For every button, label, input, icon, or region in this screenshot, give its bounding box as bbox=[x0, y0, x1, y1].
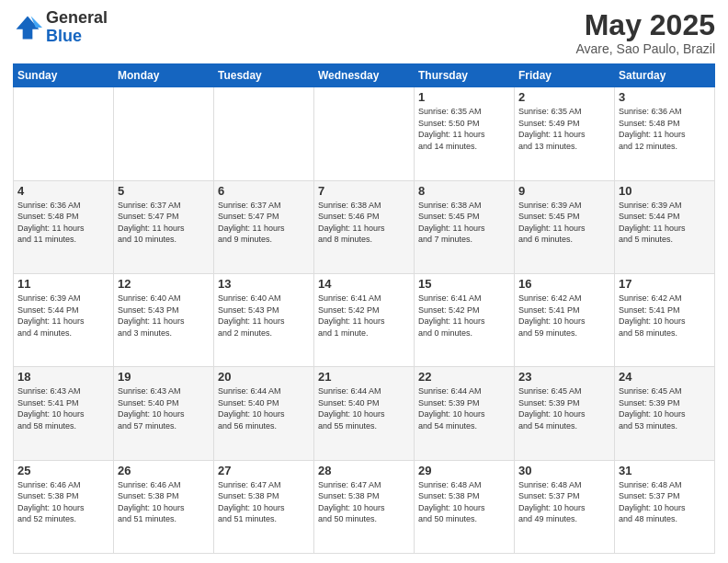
day-info: Sunrise: 6:47 AM Sunset: 5:38 PM Dayligh… bbox=[218, 479, 310, 525]
day-info: Sunrise: 6:37 AM Sunset: 5:47 PM Dayligh… bbox=[118, 200, 210, 246]
calendar-day-cell bbox=[114, 87, 214, 180]
svg-marker-0 bbox=[17, 16, 40, 39]
calendar-subtitle: Avare, Sao Paulo, Brazil bbox=[576, 41, 716, 56]
calendar-day-cell: 1Sunrise: 6:35 AM Sunset: 5:50 PM Daylig… bbox=[415, 87, 515, 180]
day-number: 20 bbox=[218, 370, 310, 384]
calendar-day-cell: 7Sunrise: 6:38 AM Sunset: 5:46 PM Daylig… bbox=[314, 180, 415, 273]
day-number: 7 bbox=[318, 184, 410, 198]
day-header: Monday bbox=[114, 64, 214, 87]
logo-icon bbox=[13, 13, 42, 42]
day-info: Sunrise: 6:48 AM Sunset: 5:37 PM Dayligh… bbox=[619, 479, 711, 525]
day-number: 16 bbox=[518, 277, 610, 291]
day-info: Sunrise: 6:46 AM Sunset: 5:38 PM Dayligh… bbox=[17, 479, 109, 525]
day-number: 28 bbox=[318, 464, 410, 477]
day-number: 14 bbox=[318, 277, 410, 291]
day-info: Sunrise: 6:37 AM Sunset: 5:47 PM Dayligh… bbox=[218, 200, 310, 246]
calendar-day-cell: 24Sunrise: 6:45 AM Sunset: 5:39 PM Dayli… bbox=[615, 367, 715, 460]
day-info: Sunrise: 6:38 AM Sunset: 5:45 PM Dayligh… bbox=[418, 200, 510, 246]
calendar-week-row: 11Sunrise: 6:39 AM Sunset: 5:44 PM Dayli… bbox=[14, 273, 715, 366]
calendar-week-row: 4Sunrise: 6:36 AM Sunset: 5:48 PM Daylig… bbox=[14, 180, 715, 273]
day-info: Sunrise: 6:35 AM Sunset: 5:49 PM Dayligh… bbox=[518, 106, 610, 152]
calendar-day-cell: 14Sunrise: 6:41 AM Sunset: 5:42 PM Dayli… bbox=[314, 273, 415, 366]
calendar-day-cell: 4Sunrise: 6:36 AM Sunset: 5:48 PM Daylig… bbox=[14, 180, 114, 273]
day-number: 17 bbox=[619, 277, 711, 291]
day-info: Sunrise: 6:48 AM Sunset: 5:37 PM Dayligh… bbox=[518, 479, 610, 525]
day-info: Sunrise: 6:48 AM Sunset: 5:38 PM Dayligh… bbox=[418, 479, 510, 525]
day-number: 25 bbox=[17, 464, 109, 477]
day-header: Sunday bbox=[14, 64, 114, 87]
day-info: Sunrise: 6:42 AM Sunset: 5:41 PM Dayligh… bbox=[518, 293, 610, 339]
calendar-day-cell: 26Sunrise: 6:46 AM Sunset: 5:38 PM Dayli… bbox=[114, 460, 214, 553]
day-number: 3 bbox=[619, 90, 711, 104]
calendar-day-cell: 31Sunrise: 6:48 AM Sunset: 5:37 PM Dayli… bbox=[615, 460, 715, 553]
calendar-day-cell bbox=[14, 87, 114, 180]
calendar-day-cell: 12Sunrise: 6:40 AM Sunset: 5:43 PM Dayli… bbox=[114, 273, 214, 366]
calendar-day-cell: 23Sunrise: 6:45 AM Sunset: 5:39 PM Dayli… bbox=[515, 367, 615, 460]
day-info: Sunrise: 6:39 AM Sunset: 5:44 PM Dayligh… bbox=[17, 293, 109, 339]
day-info: Sunrise: 6:35 AM Sunset: 5:50 PM Dayligh… bbox=[418, 106, 510, 152]
calendar-day-cell: 25Sunrise: 6:46 AM Sunset: 5:38 PM Dayli… bbox=[14, 460, 114, 553]
day-header: Thursday bbox=[415, 64, 515, 87]
day-info: Sunrise: 6:42 AM Sunset: 5:41 PM Dayligh… bbox=[619, 293, 711, 339]
logo-line2: Blue bbox=[46, 27, 82, 45]
day-info: Sunrise: 6:47 AM Sunset: 5:38 PM Dayligh… bbox=[318, 479, 410, 525]
calendar-day-cell: 18Sunrise: 6:43 AM Sunset: 5:41 PM Dayli… bbox=[14, 367, 114, 460]
day-number: 8 bbox=[418, 184, 510, 198]
day-number: 9 bbox=[518, 184, 610, 198]
day-number: 21 bbox=[318, 370, 410, 384]
day-info: Sunrise: 6:36 AM Sunset: 5:48 PM Dayligh… bbox=[17, 200, 109, 246]
calendar-day-cell bbox=[314, 87, 415, 180]
calendar-day-cell: 17Sunrise: 6:42 AM Sunset: 5:41 PM Dayli… bbox=[615, 273, 715, 366]
day-info: Sunrise: 6:46 AM Sunset: 5:38 PM Dayligh… bbox=[118, 479, 210, 525]
day-info: Sunrise: 6:44 AM Sunset: 5:40 PM Dayligh… bbox=[218, 385, 310, 431]
day-number: 24 bbox=[619, 370, 711, 384]
calendar-day-cell: 5Sunrise: 6:37 AM Sunset: 5:47 PM Daylig… bbox=[114, 180, 214, 273]
calendar-day-cell: 22Sunrise: 6:44 AM Sunset: 5:39 PM Dayli… bbox=[415, 367, 515, 460]
day-number: 13 bbox=[218, 277, 310, 291]
calendar-day-cell: 30Sunrise: 6:48 AM Sunset: 5:37 PM Dayli… bbox=[515, 460, 615, 553]
day-number: 11 bbox=[17, 277, 109, 291]
day-info: Sunrise: 6:45 AM Sunset: 5:39 PM Dayligh… bbox=[619, 385, 711, 431]
day-number: 23 bbox=[518, 370, 610, 384]
logo: General Blue bbox=[13, 9, 108, 46]
day-number: 12 bbox=[118, 277, 210, 291]
calendar-day-cell: 2Sunrise: 6:35 AM Sunset: 5:49 PM Daylig… bbox=[515, 87, 615, 180]
day-info: Sunrise: 6:44 AM Sunset: 5:40 PM Dayligh… bbox=[318, 385, 410, 431]
calendar-day-cell: 8Sunrise: 6:38 AM Sunset: 5:45 PM Daylig… bbox=[415, 180, 515, 273]
logo-line1: General bbox=[46, 8, 108, 27]
day-info: Sunrise: 6:36 AM Sunset: 5:48 PM Dayligh… bbox=[619, 106, 711, 152]
day-number: 30 bbox=[518, 464, 610, 477]
calendar-day-cell: 19Sunrise: 6:43 AM Sunset: 5:40 PM Dayli… bbox=[114, 367, 214, 460]
calendar-day-cell: 27Sunrise: 6:47 AM Sunset: 5:38 PM Dayli… bbox=[214, 460, 314, 553]
day-header: Friday bbox=[515, 64, 615, 87]
day-info: Sunrise: 6:40 AM Sunset: 5:43 PM Dayligh… bbox=[218, 293, 310, 339]
day-number: 5 bbox=[118, 184, 210, 198]
day-header: Saturday bbox=[615, 64, 715, 87]
calendar-day-cell: 29Sunrise: 6:48 AM Sunset: 5:38 PM Dayli… bbox=[415, 460, 515, 553]
day-info: Sunrise: 6:38 AM Sunset: 5:46 PM Dayligh… bbox=[318, 200, 410, 246]
logo-text: General Blue bbox=[46, 9, 108, 46]
day-number: 19 bbox=[118, 370, 210, 384]
header-row: SundayMondayTuesdayWednesdayThursdayFrid… bbox=[14, 64, 715, 87]
calendar-day-cell bbox=[214, 87, 314, 180]
day-number: 2 bbox=[518, 90, 610, 104]
day-number: 31 bbox=[619, 464, 711, 477]
day-info: Sunrise: 6:44 AM Sunset: 5:39 PM Dayligh… bbox=[418, 385, 510, 431]
calendar-table: SundayMondayTuesdayWednesdayThursdayFrid… bbox=[13, 63, 715, 554]
calendar-day-cell: 9Sunrise: 6:39 AM Sunset: 5:45 PM Daylig… bbox=[515, 180, 615, 273]
day-info: Sunrise: 6:41 AM Sunset: 5:42 PM Dayligh… bbox=[418, 293, 510, 339]
day-number: 10 bbox=[619, 184, 711, 198]
title-block: May 2025 Avare, Sao Paulo, Brazil bbox=[576, 9, 716, 56]
day-number: 15 bbox=[418, 277, 510, 291]
day-info: Sunrise: 6:39 AM Sunset: 5:45 PM Dayligh… bbox=[518, 200, 610, 246]
day-info: Sunrise: 6:43 AM Sunset: 5:40 PM Dayligh… bbox=[118, 385, 210, 431]
calendar-week-row: 25Sunrise: 6:46 AM Sunset: 5:38 PM Dayli… bbox=[14, 460, 715, 553]
calendar-day-cell: 16Sunrise: 6:42 AM Sunset: 5:41 PM Dayli… bbox=[515, 273, 615, 366]
calendar-week-row: 1Sunrise: 6:35 AM Sunset: 5:50 PM Daylig… bbox=[14, 87, 715, 180]
day-number: 6 bbox=[218, 184, 310, 198]
day-info: Sunrise: 6:40 AM Sunset: 5:43 PM Dayligh… bbox=[118, 293, 210, 339]
calendar-day-cell: 13Sunrise: 6:40 AM Sunset: 5:43 PM Dayli… bbox=[214, 273, 314, 366]
day-number: 27 bbox=[218, 464, 310, 477]
day-info: Sunrise: 6:41 AM Sunset: 5:42 PM Dayligh… bbox=[318, 293, 410, 339]
header: General Blue May 2025 Avare, Sao Paulo, … bbox=[13, 9, 715, 56]
